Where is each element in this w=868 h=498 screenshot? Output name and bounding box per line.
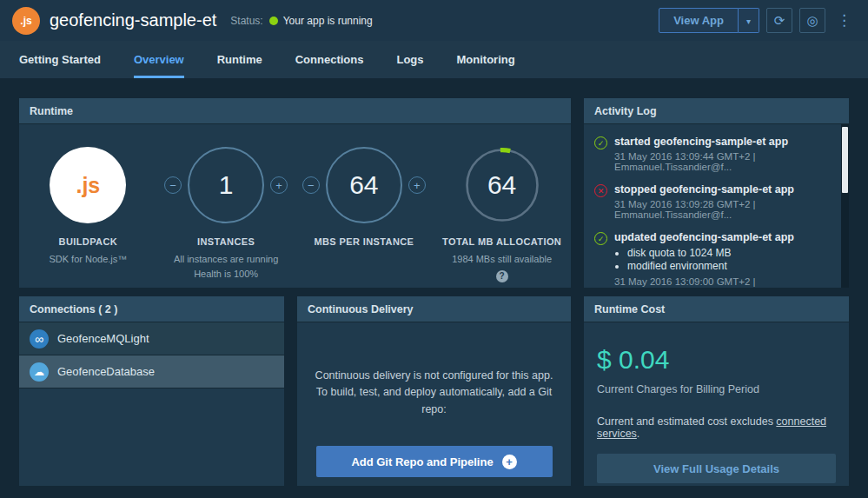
add-git-repo-button[interactable]: Add Git Repo and Pipeline + <box>316 446 553 477</box>
chevron-down-icon: ▾ <box>746 17 751 26</box>
buildpack-circle: .js <box>50 147 126 223</box>
scrollbar-thumb[interactable] <box>842 127 848 193</box>
scrollbar-track[interactable] <box>841 124 849 288</box>
view-usage-details-button[interactable]: View Full Usage Details <box>597 454 836 483</box>
success-check-icon: ✓ <box>594 136 607 149</box>
runtime-panel-title: Runtime <box>19 98 571 124</box>
topbar: .js geofencing-sample-et Status: Your ap… <box>0 0 868 41</box>
instances-decrease-button[interactable]: − <box>164 176 182 194</box>
connection-name: GeofenceDatabase <box>57 365 155 378</box>
tab-logs[interactable]: Logs <box>396 41 423 78</box>
log-entry-timestamp: 31 May 2016 13:09:00 GMT+2 | Emmanuel.Ti… <box>614 276 832 288</box>
allocation-gauge: 64 TOTAL MB ALLOCATION 1984 MBs still av… <box>433 145 571 282</box>
memory-increase-button[interactable]: + <box>408 176 426 194</box>
target-icon: ◎ <box>806 13 818 29</box>
content-grid: Runtime .js BUILDPACK SDK for Node.js™ −… <box>0 78 868 486</box>
tabbar: Getting Started Overview Runtime Connect… <box>0 41 868 78</box>
runtime-panel: Runtime .js BUILDPACK SDK for Node.js™ −… <box>19 98 571 288</box>
memory-label: MBS PER INSTANCE <box>314 236 414 247</box>
continuous-delivery-title: Continuous Delivery <box>297 296 571 322</box>
buildpack-label: BUILDPACK <box>59 236 118 247</box>
minus-icon: − <box>308 180 315 191</box>
cost-note: Current and estimated cost excludes conn… <box>597 415 836 440</box>
plus-icon: + <box>275 180 282 191</box>
buildpack-gauge: .js BUILDPACK SDK for Node.js™ <box>19 145 157 267</box>
error-cross-icon: ✕ <box>594 184 607 197</box>
memory-decrease-button[interactable]: − <box>302 176 320 194</box>
continuous-delivery-message: Continuous delivery is not configured fo… <box>313 368 555 418</box>
activity-log-list: ✓ started geofencing-sample-et app 31 Ma… <box>584 124 849 288</box>
tab-monitoring[interactable]: Monitoring <box>457 41 515 78</box>
instances-label: INSTANCES <box>197 236 255 247</box>
refresh-button[interactable]: ⟳ <box>766 8 792 33</box>
log-entry-title: stopped geofencing-sample-et app <box>614 183 832 196</box>
runtime-gauges: .js BUILDPACK SDK for Node.js™ − 1 + INS… <box>19 124 571 288</box>
health-check-button[interactable]: ◎ <box>799 8 825 33</box>
log-entry: ✕ stopped geofencing-sample-et app 31 Ma… <box>594 183 832 220</box>
log-entry: ✓ updated geofencing-sample-et app disk … <box>594 231 832 288</box>
memory-circle: 64 <box>326 147 402 223</box>
view-app-split-button: View App ▾ <box>659 8 759 33</box>
instances-gauge: − 1 + INSTANCES All instances are runnin… <box>157 145 295 281</box>
allocation-sub: 1984 MBs still available <box>452 252 552 267</box>
allocation-label: TOTAL MB ALLOCATION <box>442 236 561 247</box>
topbar-actions: View App ▾ ⟳ ◎ ⋮ <box>659 8 856 33</box>
connections-title: Connections ( 2 ) <box>19 296 284 322</box>
log-entry-title: updated geofencing-sample-et app <box>614 231 832 243</box>
success-check-icon: ✓ <box>594 232 607 245</box>
runtime-cost-title: Runtime Cost <box>584 296 849 322</box>
allocation-value: 64 <box>464 147 540 223</box>
runtime-cost-body: $ 0.04 Current Charges for Billing Perio… <box>584 322 849 486</box>
status-label: Status: <box>230 15 262 27</box>
instances-circle: 1 <box>188 147 264 223</box>
instances-sub: All instances are running Health is 100% <box>174 252 278 281</box>
log-entry: ✓ started geofencing-sample-et app 31 Ma… <box>594 136 832 172</box>
kebab-icon: ⋮ <box>837 12 851 29</box>
refresh-icon: ⟳ <box>774 13 785 29</box>
app-logo-icon: .js <box>12 7 40 35</box>
connection-name: GeofenceMQLight <box>57 332 149 345</box>
tab-getting-started[interactable]: Getting Started <box>19 41 101 78</box>
mqlight-service-icon: ∞ <box>30 329 49 349</box>
view-app-button[interactable]: View App <box>659 8 739 33</box>
overflow-menu-button[interactable]: ⋮ <box>832 11 856 30</box>
plus-icon: + <box>414 180 421 191</box>
connection-item-database[interactable]: ☁ GeofenceDatabase <box>19 355 284 388</box>
log-entry-title: started geofencing-sample-et app <box>614 136 832 148</box>
log-entry-details: disk quota to 1024 MB modified environme… <box>627 247 832 272</box>
connections-panel: Connections ( 2 ) ∞ GeofenceMQLight ☁ Ge… <box>19 296 284 486</box>
activity-log-panel: Activity Log ✓ started geofencing-sample… <box>584 98 849 288</box>
tab-overview[interactable]: Overview <box>134 41 184 78</box>
status-dot-icon <box>269 17 278 25</box>
allocation-circle: 64 <box>464 147 540 223</box>
plus-circle-icon: + <box>502 455 517 469</box>
connection-item-mqlight[interactable]: ∞ GeofenceMQLight <box>19 322 284 355</box>
instances-increase-button[interactable]: + <box>270 176 288 194</box>
cost-subtitle: Current Charges for Billing Period <box>597 383 836 395</box>
database-service-icon: ☁ <box>30 362 49 382</box>
activity-log-title: Activity Log <box>584 98 849 124</box>
memory-gauge: − 64 + MBS PER INSTANCE <box>295 145 434 247</box>
help-icon[interactable]: ? <box>496 270 508 282</box>
log-entry-timestamp: 31 May 2016 13:09:44 GMT+2 | Emmanuel.Ti… <box>614 151 832 172</box>
view-app-caret-button[interactable]: ▾ <box>739 8 759 33</box>
runtime-cost-panel: Runtime Cost $ 0.04 Current Charges for … <box>584 296 849 486</box>
log-entry-timestamp: 31 May 2016 13:09:28 GMT+2 | Emmanuel.Ti… <box>614 199 832 220</box>
minus-icon: − <box>169 180 176 191</box>
tab-runtime[interactable]: Runtime <box>217 41 262 78</box>
app-title: geofencing-sample-et <box>50 10 216 30</box>
buildpack-sub: SDK for Node.js™ <box>49 252 127 267</box>
cost-amount: $ 0.04 <box>597 345 836 375</box>
status-text: Your app is running <box>283 15 373 27</box>
connections-list: ∞ GeofenceMQLight ☁ GeofenceDatabase <box>19 322 284 388</box>
tab-connections[interactable]: Connections <box>295 41 364 78</box>
continuous-delivery-panel: Continuous Delivery Continuous delivery … <box>297 296 571 486</box>
continuous-delivery-body: Continuous delivery is not configured fo… <box>297 322 571 486</box>
